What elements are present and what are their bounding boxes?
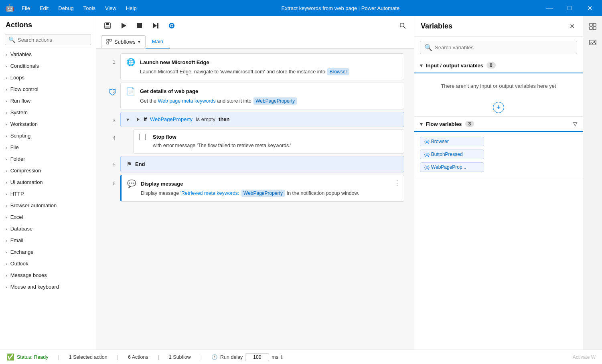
collapse-icon: ▾ [420, 63, 423, 69]
sidebar-item-browser-automation[interactable]: › Browser automation [0, 200, 96, 211]
actions-search-container[interactable]: 🔍 [5, 34, 91, 45]
window-title: Extract keywords from web page | Power A… [141, 5, 540, 11]
selected-action-count: 1 Selected action [69, 354, 107, 360]
sidebar-item-email[interactable]: › Email [0, 235, 96, 246]
step-card[interactable]: 🌐 Launch new Microsoft Edge Launch Micro… [120, 53, 404, 80]
variables-header: Variables ✕ [414, 16, 583, 37]
subflows-button[interactable]: Subflows ▾ [101, 35, 146, 48]
next-action-button[interactable] [149, 19, 162, 32]
sidebar-item-message-boxes[interactable]: › Message boxes [0, 269, 96, 281]
var-label: WebPageProp... [431, 164, 466, 170]
sidebar-item-workstation[interactable]: › Workstation [0, 118, 96, 130]
step-number: 3 [106, 112, 120, 123]
var-browser[interactable]: {x} Browser [420, 137, 484, 146]
sidebar-item-folder[interactable]: › Folder [0, 153, 96, 165]
sidebar-item-label: Browser automation [10, 202, 57, 208]
chevron-right-icon: › [6, 285, 7, 289]
menu-file[interactable]: File [18, 4, 34, 13]
sidebar-item-label: Outlook [10, 261, 28, 267]
svg-rect-16 [593, 23, 596, 26]
var-label: Browser [431, 139, 449, 144]
if-variable: WebPageProperty [150, 116, 193, 122]
filter-icon[interactable]: ▽ [573, 121, 577, 127]
window-controls: — □ ✕ [540, 0, 599, 16]
input-output-count: 0 [486, 62, 496, 69]
sidebar-item-flow-control[interactable]: › Flow control [0, 83, 96, 95]
var-button-pressed[interactable]: {x} ButtonPressed [420, 150, 484, 159]
step-card[interactable]: 📄 Get details of web page Get the Web pa… [120, 83, 404, 109]
sidebar-item-label: Run flow [10, 98, 31, 104]
close-variables-button[interactable]: ✕ [568, 21, 576, 32]
step-header: 📄 Get details of web page [126, 87, 398, 96]
step-context-menu[interactable]: ⋮ [393, 178, 401, 187]
menu-debug[interactable]: Debug [54, 4, 77, 13]
sidebar-item-exchange[interactable]: › Exchange [0, 246, 96, 258]
sidebar-item-http[interactable]: › HTTP [0, 188, 96, 200]
record-button[interactable] [165, 19, 178, 32]
sidebar-item-label: Loops [10, 75, 24, 81]
chevron-right-icon: › [6, 145, 7, 150]
input-output-header[interactable]: ▾ Input / output variables 0 [414, 58, 583, 73]
variable-icon: {x} [424, 139, 430, 144]
chevron-right-icon: › [6, 180, 7, 185]
search-icon: 🔍 [424, 44, 432, 51]
run-button[interactable] [117, 19, 130, 32]
run-delay-input[interactable] [245, 353, 269, 361]
search-variables-input[interactable] [435, 44, 573, 51]
sidebar-item-excel[interactable]: › Excel [0, 211, 96, 223]
sidebar-item-mouse-keyboard[interactable]: › Mouse and keyboard [0, 281, 96, 293]
menu-view[interactable]: View [101, 4, 120, 13]
chevron-right-icon: › [6, 87, 7, 92]
search-button[interactable] [396, 19, 409, 32]
save-button[interactable] [101, 19, 114, 32]
sidebar-item-label: Compression [10, 168, 41, 174]
menu-edit[interactable]: Edit [36, 4, 53, 13]
sidebar-item-system[interactable]: › System [0, 107, 96, 118]
sidebar-item-label: Message boxes [10, 272, 47, 278]
flow-variables-count: 3 [465, 121, 474, 127]
sidebar-item-ui-automation[interactable]: › UI automation [0, 176, 96, 188]
step-title: End [135, 161, 145, 167]
sidebar-item-label: Database [10, 226, 33, 232]
separator: | [117, 354, 118, 360]
variables-search-container[interactable]: 🔍 [420, 41, 577, 54]
stop-button[interactable] [133, 19, 146, 32]
sidebar-item-scripting[interactable]: › Scripting [0, 130, 96, 142]
step-number: 5 [106, 156, 120, 168]
sidebar-item-conditionals[interactable]: › Conditionals [0, 60, 96, 72]
message-link[interactable]: 'Retrieved meta keywords: [180, 190, 239, 196]
sidebar-item-database[interactable]: › Database [0, 223, 96, 235]
if-card[interactable]: ▾ If WebPageProperty Is empty then [120, 112, 404, 127]
stop-flow-card[interactable]: Stop flow with error message 'The flow f… [133, 129, 404, 154]
close-button[interactable]: ✕ [580, 0, 599, 16]
add-variable-button[interactable]: + [493, 102, 504, 113]
maximize-button[interactable]: □ [560, 0, 579, 16]
menu-help[interactable]: Help [122, 4, 141, 13]
variable-icon: {x} [424, 165, 430, 170]
sidebar-item-loops[interactable]: › Loops [0, 72, 96, 83]
input-output-section: ▾ Input / output variables 0 There aren'… [414, 58, 583, 117]
tab-main[interactable]: Main [146, 35, 170, 49]
svg-point-10 [400, 23, 404, 27]
step-header: 💬 Display message [127, 179, 398, 188]
variables-side-button[interactable] [586, 19, 600, 34]
stop-checkbox[interactable] [139, 134, 146, 140]
sidebar-item-compression[interactable]: › Compression [0, 165, 96, 176]
info-icon: ℹ [281, 354, 283, 360]
sidebar-item-variables[interactable]: › Variables [0, 49, 96, 60]
flow-variables-header[interactable]: ▾ Flow variables 3 ▽ [414, 117, 583, 132]
menu-tools[interactable]: Tools [79, 4, 99, 13]
sidebar-item-outlook[interactable]: › Outlook [0, 258, 96, 269]
search-actions-input[interactable] [18, 37, 87, 43]
image-side-button[interactable] [586, 35, 600, 50]
var-webpage-prop[interactable]: {x} WebPageProp... [420, 162, 484, 172]
end-card[interactable]: ⚑ End [120, 156, 404, 172]
display-message-card[interactable]: 💬 Display message Display message 'Retri… [120, 175, 404, 202]
collapse-icon[interactable]: ▾ [126, 116, 129, 123]
web-keywords-link[interactable]: Web page meta keywords [158, 98, 215, 104]
minimize-button[interactable]: — [540, 0, 559, 16]
tab-main-label: Main [152, 38, 163, 44]
step-title: Get details of web page [140, 88, 198, 94]
sidebar-item-run-flow[interactable]: › Run flow [0, 95, 96, 107]
sidebar-item-file[interactable]: › File [0, 142, 96, 153]
